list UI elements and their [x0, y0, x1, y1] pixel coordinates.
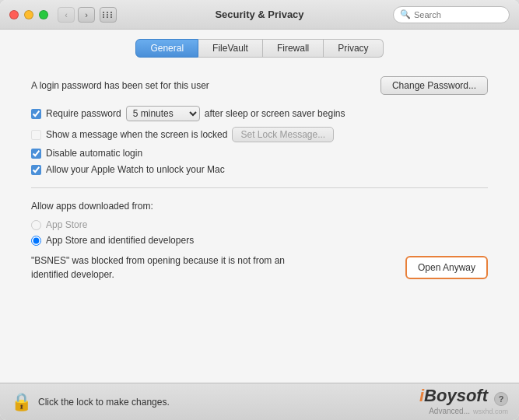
- tab-filevault[interactable]: FileVault: [198, 39, 263, 58]
- advanced-text[interactable]: Advanced...: [429, 407, 470, 415]
- tab-general[interactable]: General: [135, 39, 198, 58]
- lock-label: Click the lock to make changes.: [38, 397, 170, 408]
- grid-button[interactable]: [100, 7, 117, 23]
- titlebar: ‹ › Security & Privacy 🔍: [0, 0, 519, 30]
- search-icon: 🔍: [400, 9, 411, 19]
- iboysoft-logo-area: iBoysoft ?: [419, 386, 508, 406]
- show-message-label: Show a message when the screen is locked: [46, 129, 227, 140]
- search-box[interactable]: 🔍: [393, 6, 510, 23]
- lock-icon[interactable]: 🔒: [11, 392, 32, 412]
- require-password-label: Require password: [46, 108, 121, 119]
- window-title: Security & Privacy: [215, 9, 303, 20]
- app-store-radio-row: App Store: [31, 219, 488, 230]
- forward-button[interactable]: ›: [78, 7, 95, 23]
- app-store-developers-radio[interactable]: [31, 236, 41, 246]
- require-password-row: Require password 5 minutes immediately 1…: [31, 106, 488, 121]
- after-sleep-label: after sleep or screen saver begins: [205, 108, 345, 119]
- require-password-checkbox[interactable]: [31, 109, 41, 119]
- main-window: ‹ › Security & Privacy 🔍 General FileVau…: [0, 0, 519, 420]
- tab-privacy[interactable]: Privacy: [324, 39, 383, 58]
- watermark: iBoysoft ? Advanced... wsxhd.com: [419, 386, 508, 415]
- back-button[interactable]: ‹: [58, 7, 75, 23]
- disable-auto-login-label: Disable automatic login: [46, 148, 142, 159]
- app-store-developers-label: App Store and identified developers: [46, 235, 194, 246]
- tabs-bar: General FileVault Firewall Privacy: [0, 30, 519, 64]
- maximize-button[interactable]: [39, 10, 48, 19]
- content-area: A login password has been set for this u…: [0, 64, 519, 383]
- app-store-label: App Store: [46, 219, 87, 230]
- login-password-label: A login password has been set for this u…: [31, 80, 209, 91]
- traffic-lights: [9, 10, 48, 19]
- lock-section: 🔒 Click the lock to make changes.: [11, 392, 170, 412]
- blocked-row: "BSNES" was blocked from opening because…: [31, 254, 488, 282]
- apple-watch-row: Allow your Apple Watch to unlock your Ma…: [31, 164, 488, 175]
- close-button[interactable]: [9, 10, 19, 19]
- apple-watch-label: Allow your Apple Watch to unlock your Ma…: [46, 164, 225, 175]
- allow-apps-label: Allow apps downloaded from:: [31, 201, 488, 212]
- iboysoft-logo: iBoysoft: [419, 386, 488, 406]
- change-password-button[interactable]: Change Password...: [380, 76, 488, 95]
- set-lock-message-button[interactable]: Set Lock Message...: [232, 127, 334, 142]
- bottom-bar: 🔒 Click the lock to make changes. iBoyso…: [0, 383, 519, 420]
- minimize-button[interactable]: [24, 10, 33, 19]
- search-input[interactable]: [414, 10, 503, 19]
- iboysoft-main: Boysoft: [424, 386, 488, 405]
- blocked-text: "BSNES" was blocked from opening because…: [31, 254, 288, 282]
- disable-auto-login-row: Disable automatic login: [31, 148, 488, 159]
- help-button[interactable]: ?: [494, 392, 508, 406]
- show-message-row: Show a message when the screen is locked…: [31, 127, 488, 142]
- open-anyway-button[interactable]: Open Anyway: [405, 256, 488, 279]
- grid-icon: [103, 12, 114, 18]
- show-message-checkbox[interactable]: [31, 130, 41, 140]
- tab-firewall[interactable]: Firewall: [263, 39, 324, 58]
- section-divider: [31, 187, 488, 188]
- app-store-radio[interactable]: [31, 220, 41, 230]
- disable-auto-login-checkbox[interactable]: [31, 149, 41, 159]
- apple-watch-checkbox[interactable]: [31, 165, 41, 175]
- login-password-row: A login password has been set for this u…: [31, 76, 488, 95]
- app-store-developers-radio-row: App Store and identified developers: [31, 235, 488, 246]
- minutes-select[interactable]: 5 minutes immediately 1 minute 15 minute…: [126, 106, 200, 121]
- wsxhd-watermark: wsxhd.com: [473, 408, 508, 415]
- nav-buttons: ‹ ›: [58, 7, 95, 23]
